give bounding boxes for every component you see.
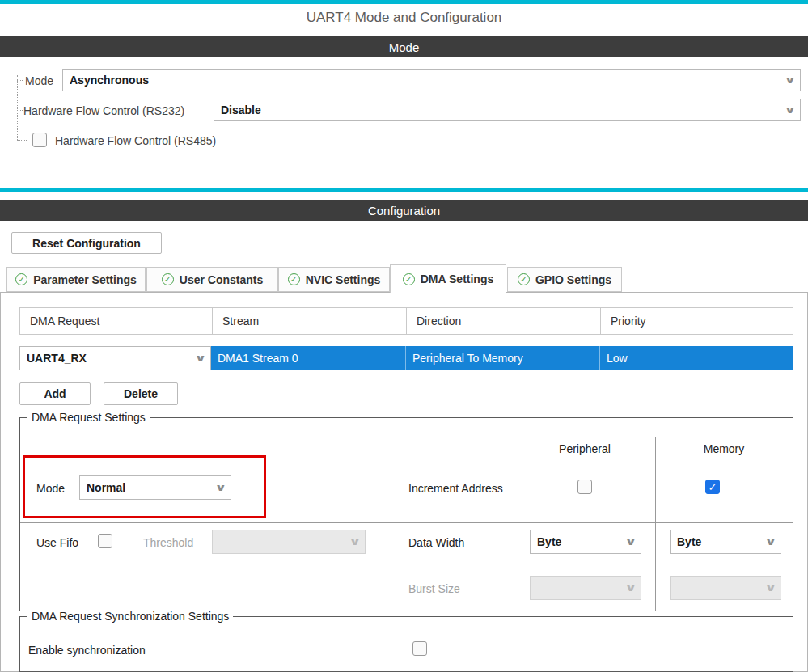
memory-increment-checkbox[interactable]: ✓ [705,480,720,494]
check-circle-icon: ✓ [518,273,530,285]
tab-user-constants[interactable]: ✓ User Constants [146,267,278,292]
chevron-down-icon: ∨ [765,582,777,594]
mode-combobox-value: Asynchronous [70,74,149,87]
mode-label: Mode [25,74,53,87]
column-separator-line [655,437,656,611]
chevron-down-icon: ∨ [195,353,207,364]
chevron-down-icon: ∨ [625,536,637,547]
check-circle-icon: ✓ [15,273,27,285]
chevron-down-icon: ∨ [785,74,797,86]
dma-table-selected-row[interactable]: DMA1 Stream 0 Peripheral To Memory Low [211,346,793,370]
threshold-label: Threshold [143,536,193,549]
uart4-config-window: UART4 Mode and Configuration Mode Mode A… [0,0,808,672]
data-width-peripheral-value: Byte [537,535,561,548]
tree-line [17,140,27,141]
tab-dma-settings[interactable]: ✓ DMA Settings [390,264,506,293]
page-title: UART4 Mode and Configuration [0,10,808,26]
check-circle-icon: ✓ [162,273,174,285]
tab-parameter-settings[interactable]: ✓ Parameter Settings [6,267,146,292]
data-width-memory-value: Byte [677,535,701,548]
configuration-accent-bar [0,188,808,192]
dma-request-combobox[interactable]: UART4_RX ∨ [19,346,211,370]
tree-line [17,80,23,81]
row-separator-line [20,522,793,523]
check-circle-icon: ✓ [288,273,300,285]
dma-request-value: UART4_RX [27,352,87,365]
configuration-section-header: Configuration [0,200,808,221]
burst-size-memory-combobox: ∨ [670,576,781,600]
tab-label: NVIC Settings [306,273,381,286]
column-header-direction: Direction [406,308,600,334]
top-accent-bar [0,0,808,4]
tab-nvic-settings[interactable]: ✓ NVIC Settings [278,267,390,292]
annotation-highlight-box [23,455,266,518]
check-circle-icon: ✓ [403,273,415,285]
tab-gpio-settings[interactable]: ✓ GPIO Settings [507,267,622,292]
dma-table-header-row: DMA Request Stream Direction Priority [19,307,793,335]
burst-size-peripheral-combobox: ∨ [530,576,641,600]
enable-synchronization-label: Enable synchronization [28,644,146,657]
tree-line [17,110,23,111]
increment-address-label: Increment Address [408,482,503,495]
tab-label: DMA Settings [421,273,493,285]
data-width-memory-combobox[interactable]: Byte ∨ [670,530,781,554]
burst-size-label: Burst Size [408,582,460,595]
use-fifo-checkbox[interactable] [98,534,112,548]
mode-section-header: Mode [0,36,808,57]
threshold-combobox: ∨ [212,530,366,554]
data-width-label: Data Width [408,536,464,549]
group-title: DMA Request Settings [27,411,150,424]
column-header-priority: Priority [600,308,793,334]
chevron-down-icon: ∨ [785,104,797,116]
cell-priority[interactable]: Low [599,346,793,370]
rs232-combobox-value: Disable [221,104,261,116]
tab-label: GPIO Settings [535,273,611,286]
column-memory-label: Memory [675,442,772,455]
chevron-down-icon: ∨ [625,582,637,594]
group-title: DMA Request Synchronization Settings [27,610,233,623]
tab-label: Parameter Settings [33,273,137,286]
column-header-stream: Stream [212,308,406,334]
tree-line [17,75,18,140]
check-icon: ✓ [709,481,717,493]
column-header-dma-request: DMA Request [20,308,212,334]
data-width-peripheral-combobox[interactable]: Byte ∨ [530,530,641,554]
mode-combobox[interactable]: Asynchronous ∨ [62,69,801,91]
rs485-checkbox[interactable] [32,133,47,147]
rs485-label: Hardware Flow Control (RS485) [55,134,216,147]
chevron-down-icon: ∨ [765,536,777,547]
peripheral-increment-checkbox[interactable] [577,480,592,494]
cell-direction[interactable]: Peripheral To Memory [405,346,599,370]
tab-label: User Constants [180,273,263,286]
enable-synchronization-checkbox[interactable] [412,641,427,656]
cell-stream[interactable]: DMA1 Stream 0 [211,346,405,370]
reset-configuration-button[interactable]: Reset Configuration [11,232,162,254]
chevron-down-icon: ∨ [349,536,362,547]
delete-button[interactable]: Delete [104,382,178,405]
rs232-combobox[interactable]: Disable ∨ [214,99,801,121]
rs232-label: Hardware Flow Control (RS232) [23,104,184,117]
column-peripheral-label: Peripheral [536,442,633,455]
add-button[interactable]: Add [19,382,91,405]
use-fifo-label: Use Fifo [36,536,78,549]
